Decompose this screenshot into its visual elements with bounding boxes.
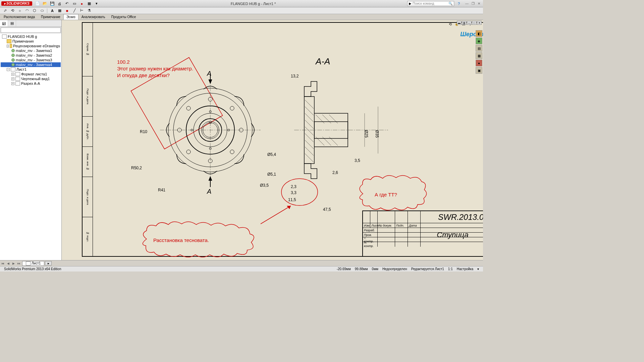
line-icon[interactable]: ╱ — [71, 8, 77, 13]
dim-d25: Ø25 — [364, 130, 369, 138]
format-icon — [15, 72, 20, 76]
svg-point-9 — [230, 106, 234, 110]
drawing-canvas[interactable]: ⟲ ◉ ▭ ▾ ▬ ▥ — □ ✕ ◧ ◈ ▤ ▦ ● ▣ Справ. № П… — [62, 20, 483, 265]
taskpane-explorer-icon[interactable]: ▤ — [476, 45, 482, 52]
folder-icon — [10, 44, 12, 48]
folder-icon — [7, 39, 11, 43]
tree-section-aa[interactable]: +Разрез A-A — [1, 81, 61, 86]
new-icon[interactable]: 📄 — [35, 1, 40, 6]
tb-nkontr: Н. контр. — [363, 242, 378, 247]
front-view-hub — [153, 73, 267, 187]
tree-annotations[interactable]: Примечания — [1, 39, 61, 44]
sheet-prev-icon[interactable]: ◀ — [5, 262, 11, 265]
svg-marker-23 — [209, 80, 212, 83]
vp-max-icon[interactable]: □ — [472, 21, 477, 25]
collapse-icon[interactable]: − — [7, 68, 10, 71]
sheet-tab-1[interactable]: Лист1 — [22, 261, 44, 266]
tree-review-label: Рецензирование eDrawings — [13, 44, 60, 48]
select-icon[interactable]: ▭ — [72, 1, 77, 6]
restore-icon[interactable]: ❐ — [470, 1, 476, 6]
note3-label: malov_mv - Заметка3 — [16, 58, 52, 62]
close-icon[interactable]: ✕ — [476, 1, 482, 6]
taskpane-resources-icon[interactable]: ◧ — [476, 30, 482, 37]
window-controls: — ❐ ✕ — [464, 1, 482, 6]
tree-sheet-format[interactable]: +Формат листа1 — [1, 72, 61, 76]
more-icon[interactable]: ▾ — [94, 1, 99, 6]
undo-icon[interactable]: ↶ — [64, 1, 70, 6]
tab-sketch[interactable]: Эскиз — [63, 14, 78, 20]
add-sheet-button[interactable]: ▸ — [45, 261, 52, 265]
dim-475: 47,5 — [323, 207, 331, 212]
options-icon[interactable]: ▦ — [87, 1, 92, 6]
status-underdefined: Недоопределен — [382, 267, 407, 271]
text-icon[interactable]: A — [49, 8, 55, 13]
svg-line-34 — [305, 140, 314, 149]
tree-sheet1[interactable]: −Лист1 — [1, 67, 61, 72]
tab-view-layout[interactable]: Расположение вида — [1, 14, 38, 20]
arc-icon[interactable]: ◠ — [24, 8, 30, 13]
svg-line-39 — [329, 115, 338, 123]
tree-filter-input[interactable] — [1, 27, 61, 33]
expand-icon[interactable]: + — [11, 73, 14, 76]
minimize-icon[interactable]: — — [464, 1, 470, 6]
status-dropdown-icon[interactable]: ▾ — [477, 267, 479, 271]
circle-icon[interactable]: ○ — [17, 8, 23, 13]
config-tab[interactable]: ▤ — [8, 20, 16, 26]
window-title: FLANGED HUB g - Лист1 * — [99, 2, 407, 6]
help-icon[interactable]: ? — [456, 1, 462, 6]
open-icon[interactable]: 📂 — [42, 1, 48, 6]
hex-icon[interactable]: ⬡ — [32, 8, 38, 13]
feature-tree-tab[interactable]: 🗟 — [0, 20, 8, 26]
svg-line-42 — [329, 137, 338, 145]
dim-3-5: 3,5 — [355, 158, 360, 163]
zoom-fit-icon[interactable]: ⟲ — [447, 21, 453, 27]
tab-evaluate[interactable]: Анализировать — [78, 14, 108, 20]
vp-min-icon[interactable]: — — [467, 21, 472, 25]
search-go-icon[interactable]: 🔍 — [448, 2, 452, 5]
tree-note-2[interactable]: malov_mv - Заметка2 — [1, 53, 61, 58]
vp-split-icon[interactable]: ▥ — [462, 21, 467, 25]
chain-icon[interactable]: ⟲ — [9, 8, 15, 13]
taskpane-custom-icon[interactable]: ▣ — [476, 67, 482, 74]
taskpane-appearance-icon[interactable]: ● — [476, 60, 482, 66]
sheet-last-icon[interactable]: ⏭ — [16, 262, 21, 265]
expand-icon[interactable]: + — [11, 77, 14, 80]
sidebox-ref: Справ. № — [83, 23, 93, 76]
print-icon[interactable]: 🖨 — [57, 1, 62, 6]
command-search[interactable]: ▶ Поиск команд 🔍 — [407, 1, 454, 6]
red-icon[interactable]: ■ — [64, 8, 70, 13]
dim-d35: Ø3,5 — [260, 183, 269, 188]
annotation-toolbar: ⬀ ⟲ ○ ◠ ⬡ ⬭ A ▦ ■ ╱ ⊢ ⚗ — [0, 7, 483, 14]
tree-note-1[interactable]: malov_mv - Заметка1 — [1, 48, 61, 53]
dim-132: 13,2 — [291, 74, 299, 78]
tab-annotation[interactable]: Примечание — [38, 14, 63, 20]
dim-d35b: Ø35 — [375, 130, 379, 138]
expand-icon[interactable]: + — [11, 82, 14, 85]
tree-note-3[interactable]: malov_mv - Заметка3 — [1, 58, 61, 62]
grid-icon[interactable]: ▦ — [57, 8, 63, 13]
ellipse-icon[interactable]: ⬭ — [39, 8, 45, 13]
tab-office[interactable]: Продукты Office — [108, 14, 139, 20]
dim-icon[interactable]: ⊢ — [79, 8, 85, 13]
feature-tree[interactable]: FLANGED HUB g Примечания −Рецензирование… — [0, 34, 61, 265]
flask-icon[interactable]: ⚗ — [86, 8, 92, 13]
taskpane-palette-icon[interactable]: ▦ — [476, 52, 482, 59]
gost-side-strip: Справ. № Подп. и дата Инв. № дубл. Взам.… — [83, 23, 93, 256]
tree-edrawings-review[interactable]: −Рецензирование eDrawings — [1, 44, 61, 48]
taskpane-library-icon[interactable]: ◈ — [476, 38, 482, 44]
sidebox-sign1: Подп. и дата — [83, 76, 93, 117]
tree-root[interactable]: FLANGED HUB g — [1, 34, 61, 39]
save-icon[interactable]: 💾 — [50, 1, 55, 6]
tree-note-4[interactable]: malov_mv - Заметка4 — [1, 62, 61, 67]
vp-single-icon[interactable]: ▬ — [457, 21, 462, 25]
sheet-next-icon[interactable]: ▶ — [11, 262, 16, 265]
collapse-icon[interactable]: − — [7, 45, 9, 48]
link-icon[interactable]: ⬀ — [2, 8, 8, 13]
vp-close-icon[interactable]: ✕ — [477, 21, 482, 25]
rebuild-icon[interactable]: ● — [79, 1, 85, 6]
sheet-first-icon[interactable]: ⏮ — [0, 262, 5, 265]
tb-dok: № докум. — [378, 223, 395, 228]
status-customize[interactable]: Настройка — [457, 267, 473, 271]
status-ratio[interactable]: 1:1 — [448, 267, 453, 271]
tree-drawing-view1[interactable]: +Чертежный вид1 — [1, 76, 61, 81]
